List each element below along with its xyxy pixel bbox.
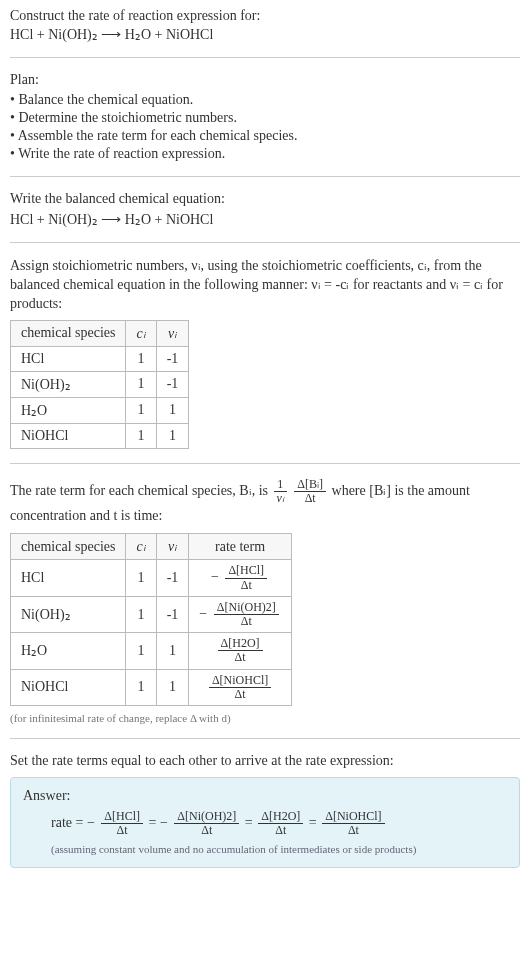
col-ci: cᵢ	[126, 534, 156, 560]
prompt-heading: Construct the rate of reaction expressio…	[10, 8, 520, 24]
table-row: HCl 1 -1 − Δ[HCl] Δt	[11, 560, 292, 596]
cell-ci: 1	[126, 560, 156, 596]
table-header-row: chemical species cᵢ νᵢ	[11, 320, 189, 346]
plan-list: Balance the chemical equation. Determine…	[10, 92, 520, 162]
cell-ci: 1	[126, 346, 156, 371]
frac-num: Δ[Ni(OH)2]	[214, 601, 279, 615]
stoich-table: chemical species cᵢ νᵢ HCl 1 -1 Ni(OH)₂ …	[10, 320, 189, 449]
rate-frac: Δ[H2O] Δt	[218, 637, 263, 664]
cell-ci: 1	[126, 596, 156, 632]
rate-frac: Δ[Ni(OH)2] Δt	[174, 810, 239, 837]
cell-rate: Δ[NiOHCl] Δt	[189, 669, 291, 705]
frac-num: Δ[NiOHCl]	[322, 810, 384, 824]
frac-den: Δt	[294, 492, 326, 505]
frac-den: Δt	[174, 824, 239, 837]
col-ci: cᵢ	[126, 320, 156, 346]
rate-frac: Δ[HCl] Δt	[225, 564, 267, 591]
cell-species: NiOHCl	[11, 669, 126, 705]
cell-rate: − Δ[Ni(OH)2] Δt	[189, 596, 291, 632]
table-row: HCl 1 -1	[11, 346, 189, 371]
rateterm-table: chemical species cᵢ νᵢ rate term HCl 1 -…	[10, 533, 292, 706]
cell-species: Ni(OH)₂	[11, 371, 126, 397]
frac-num: 1	[274, 478, 287, 492]
col-vi-label: νᵢ	[168, 326, 177, 341]
frac-num: Δ[HCl]	[225, 564, 267, 578]
cell-vi: 1	[156, 669, 189, 705]
cell-vi: 1	[156, 633, 189, 669]
divider	[10, 57, 520, 58]
plan-item: Balance the chemical equation.	[10, 92, 520, 108]
cell-ci: 1	[126, 423, 156, 448]
neg-sign: −	[211, 569, 219, 584]
frac-num: Δ[NiOHCl]	[209, 674, 271, 688]
frac-num: Δ[H2O]	[218, 637, 263, 651]
rateterm-intro-before: The rate term for each chemical species,…	[10, 483, 272, 498]
frac-num: Δ[H2O]	[258, 810, 303, 824]
cell-rate: − Δ[HCl] Δt	[189, 560, 291, 596]
answer-box: Answer: rate = − Δ[HCl] Δt = − Δ[Ni(OH)2…	[10, 777, 520, 868]
plan-item: Determine the stoichiometric numbers.	[10, 110, 520, 126]
cell-species: Ni(OH)₂	[11, 596, 126, 632]
divider	[10, 176, 520, 177]
table-row: NiOHCl 1 1	[11, 423, 189, 448]
answer-rate-expression: rate = − Δ[HCl] Δt = − Δ[Ni(OH)2] Δt = Δ…	[51, 810, 507, 837]
table-row: NiOHCl 1 1 Δ[NiOHCl] Δt	[11, 669, 292, 705]
col-species: chemical species	[11, 534, 126, 560]
frac-den: Δt	[258, 824, 303, 837]
rate-frac: Δ[HCl] Δt	[101, 810, 143, 837]
table-row: H₂O 1 1 Δ[H2O] Δt	[11, 633, 292, 669]
col-rate: rate term	[189, 534, 291, 560]
balanced-heading: Write the balanced chemical equation:	[10, 191, 520, 207]
prompt-equation: HCl + Ni(OH)₂ ⟶ H₂O + NiOHCl	[10, 26, 520, 43]
frac-num: Δ[Bᵢ]	[294, 478, 326, 492]
frac-den: νᵢ	[274, 492, 287, 505]
rateterm-footnote: (for infinitesimal rate of change, repla…	[10, 712, 520, 724]
table-header-row: chemical species cᵢ νᵢ rate term	[11, 534, 292, 560]
cell-ci: 1	[126, 397, 156, 423]
neg-sign: −	[199, 606, 207, 621]
table-row: Ni(OH)₂ 1 -1 − Δ[Ni(OH)2] Δt	[11, 596, 292, 632]
col-vi-label: νᵢ	[168, 539, 177, 554]
frac-den: Δt	[209, 688, 271, 701]
cell-species: NiOHCl	[11, 423, 126, 448]
equals: =	[245, 815, 256, 830]
rate-frac: Δ[H2O] Δt	[258, 810, 303, 837]
cell-ci: 1	[126, 669, 156, 705]
neg-sign: −	[87, 815, 95, 830]
rateterm-intro: The rate term for each chemical species,…	[10, 478, 520, 528]
divider	[10, 738, 520, 739]
cell-ci: 1	[126, 633, 156, 669]
cell-vi: 1	[156, 423, 189, 448]
plan-item: Assemble the rate term for each chemical…	[10, 128, 520, 144]
frac-num: Δ[Ni(OH)2]	[174, 810, 239, 824]
cell-ci: 1	[126, 371, 156, 397]
col-species: chemical species	[11, 320, 126, 346]
neg-sign: −	[160, 815, 168, 830]
rate-frac: Δ[NiOHCl] Δt	[209, 674, 271, 701]
rate-frac: Δ[Ni(OH)2] Δt	[214, 601, 279, 628]
table-row: Ni(OH)₂ 1 -1	[11, 371, 189, 397]
frac-den-label: νᵢ	[277, 491, 284, 505]
balanced-equation: HCl + Ni(OH)₂ ⟶ H₂O + NiOHCl	[10, 211, 520, 228]
equals: =	[149, 815, 160, 830]
plan-heading: Plan:	[10, 72, 520, 88]
divider	[10, 463, 520, 464]
rate-frac: Δ[NiOHCl] Δt	[322, 810, 384, 837]
cell-rate: Δ[H2O] Δt	[189, 633, 291, 669]
frac-num: Δ[HCl]	[101, 810, 143, 824]
frac-den: Δt	[322, 824, 384, 837]
cell-vi: -1	[156, 596, 189, 632]
frac-den: Δt	[218, 651, 263, 664]
cell-vi: 1	[156, 397, 189, 423]
col-vi: νᵢ	[156, 534, 189, 560]
cell-vi: -1	[156, 346, 189, 371]
stoich-intro: Assign stoichiometric numbers, νᵢ, using…	[10, 257, 520, 314]
cell-species: H₂O	[11, 633, 126, 669]
answer-label: Answer:	[23, 788, 507, 804]
cell-vi: -1	[156, 371, 189, 397]
frac-den: Δt	[214, 615, 279, 628]
answer-note: (assuming constant volume and no accumul…	[51, 843, 507, 855]
table-row: H₂O 1 1	[11, 397, 189, 423]
cell-species: HCl	[11, 346, 126, 371]
frac-one-over-nu: 1 νᵢ	[274, 478, 287, 505]
